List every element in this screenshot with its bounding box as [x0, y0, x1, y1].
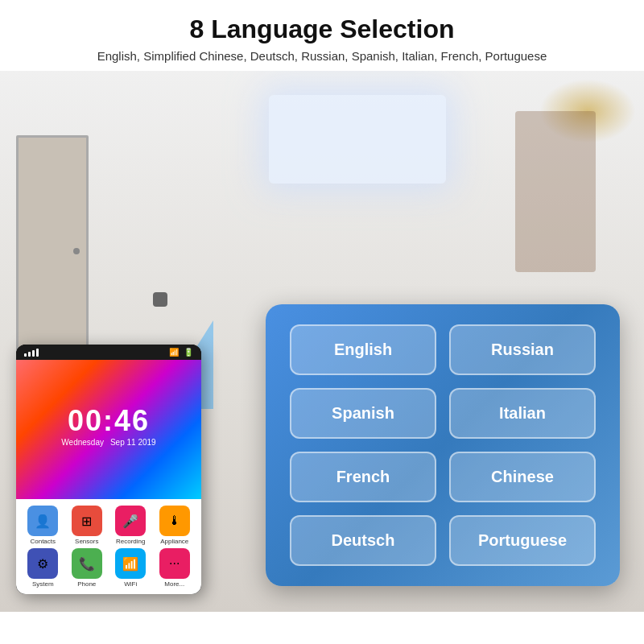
app-label-appliance: Appliance [160, 538, 188, 545]
app-label-wifi: WiFi [124, 580, 137, 588]
app-label-more...: More... [164, 580, 184, 588]
app-icon-system: ⚙ [27, 548, 58, 579]
wall-device [153, 292, 167, 307]
phone-time: 00:46 [68, 404, 150, 438]
app-item-recording[interactable]: 🎤Recording [110, 506, 151, 545]
app-icon-sensors: ⊞ [72, 506, 102, 536]
room-door [16, 135, 89, 361]
phone-date-value: Sep 11 2019 [110, 438, 156, 447]
app-item-contacts[interactable]: 👤Contacts [23, 506, 64, 545]
ceiling-light [269, 95, 446, 184]
battery-icon: 🔋 [184, 348, 193, 357]
app-label-contacts: Contacts [30, 538, 56, 545]
app-item-more...[interactable]: ···More... [155, 548, 196, 588]
phone-clock-area: 00:46 Wednesday Sep 11 2019 [16, 360, 201, 499]
room-background: 📶 🔋 00:46 Wednesday Sep 11 2019 👤Contact… [0, 71, 644, 612]
language-panel: EnglishRussianSpanishItalianFrenchChines… [266, 304, 620, 586]
lang-button-portuguese[interactable]: Portuguese [449, 515, 596, 566]
app-item-sensors[interactable]: ⊞Sensors [67, 506, 108, 545]
app-item-system[interactable]: ⚙System [23, 548, 64, 588]
lang-button-russian[interactable]: Russian [449, 324, 596, 375]
phone-status-bar: 📶 🔋 [16, 345, 201, 360]
app-label-recording: Recording [116, 538, 145, 545]
app-label-phone: Phone [77, 580, 96, 588]
lang-button-english[interactable]: English [290, 324, 436, 375]
app-icon-more...: ··· [159, 548, 190, 579]
app-label-system: System [32, 580, 54, 588]
app-item-wifi[interactable]: 📶WiFi [110, 548, 151, 588]
phone-mockup: 📶 🔋 00:46 Wednesday Sep 11 2019 👤Contact… [16, 345, 201, 594]
app-item-phone[interactable]: 📞Phone [67, 548, 108, 588]
app-icon-contacts: 👤 [27, 506, 58, 536]
lang-button-chinese[interactable]: Chinese [449, 452, 596, 502]
language-grid: EnglishRussianSpanishItalianFrenchChines… [290, 324, 596, 566]
app-label-sensors: Sensors [75, 538, 98, 545]
app-icon-appliance: 🌡 [159, 506, 190, 536]
lang-button-italian[interactable]: Italian [449, 388, 596, 439]
lang-button-deutsch[interactable]: Deutsch [290, 515, 436, 566]
app-item-appliance[interactable]: 🌡Appliance [155, 506, 196, 545]
phone-date: Wednesday Sep 11 2019 [61, 438, 155, 447]
header-section: 8 Language Selection English, Simplified… [0, 0, 644, 71]
wifi-icon: 📶 [169, 348, 179, 357]
signal-bars-icon [24, 349, 39, 357]
app-icon-recording: 🎤 [115, 506, 146, 536]
phone-screen: 📶 🔋 00:46 Wednesday Sep 11 2019 👤Contact… [16, 345, 201, 594]
lang-button-spanish[interactable]: Spanish [290, 388, 436, 439]
app-icon-phone: 📞 [72, 548, 102, 579]
phone-day: Wednesday [61, 438, 104, 447]
page-title: 8 Language Selection [16, 14, 628, 44]
phone-apps-grid: 👤Contacts⊞Sensors🎤Recording🌡Appliance⚙Sy… [16, 499, 201, 594]
lang-button-french[interactable]: French [290, 452, 436, 502]
wine-rack-area [515, 111, 596, 272]
app-icon-wifi: 📶 [115, 548, 146, 579]
subtitle-text: English, Simplified Chinese, Deutsch, Ru… [16, 49, 628, 63]
